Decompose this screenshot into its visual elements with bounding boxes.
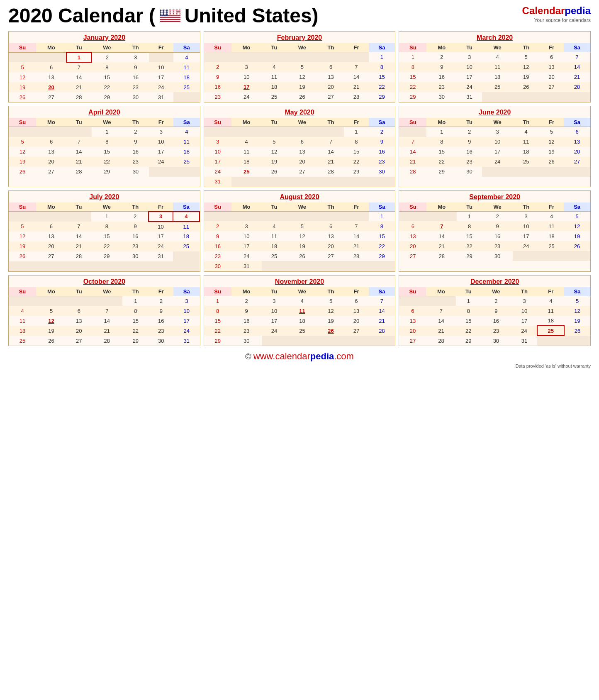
day-cell: 27 (318, 92, 344, 102)
day-cell: 15 (344, 147, 368, 157)
day-cell: 8 (204, 306, 231, 316)
day-cell (66, 212, 91, 222)
day-cell: 27 (36, 167, 66, 177)
day-cell: 26 (539, 157, 564, 167)
day-cell (66, 296, 92, 306)
day-cell (262, 127, 287, 137)
month-title-9: September 2020 (399, 191, 590, 202)
day-cell (287, 177, 318, 187)
month-table-3: SuMoTuWeThFrSa12345678910111213141516171… (399, 43, 590, 102)
day-cell: 12 (318, 306, 344, 316)
day-header-Th: Th (513, 202, 539, 212)
day-cell: 4 (287, 296, 318, 306)
day-cell: 2 (122, 127, 149, 137)
day-cell (287, 336, 318, 346)
month-table-1: SuMoTuWeThFrSa12345678910111213141516171… (9, 43, 200, 102)
day-cell: 18 (482, 72, 513, 82)
day-cell: 16 (149, 316, 173, 326)
day-cell: 10 (149, 137, 173, 147)
month-table-2: SuMoTuWeThFrSa12345678910111213141516171… (204, 43, 395, 102)
day-cell: 7 (426, 306, 456, 316)
day-cell: 15 (92, 72, 122, 82)
month-table-4: SuMoTuWeThFrSa12345678910111213141516171… (9, 118, 200, 177)
day-cell: 3 (457, 52, 482, 62)
day-cell: 3 (231, 62, 262, 72)
day-cell: 2 (231, 296, 262, 306)
day-cell: 16 (481, 316, 511, 326)
day-cell: 7 (399, 137, 426, 147)
day-header-Tu: Tu (262, 287, 287, 296)
day-cell: 11 (287, 306, 318, 316)
day-cell: 13 (564, 137, 590, 147)
day-header-Sa: Sa (564, 118, 590, 127)
day-cell (513, 167, 539, 177)
day-cell: 13 (318, 72, 344, 82)
day-cell: 30 (369, 167, 395, 177)
day-cell: 7 (426, 221, 457, 231)
day-cell: 2 (122, 212, 149, 222)
day-header-Su: Su (399, 202, 426, 212)
day-cell: 19 (9, 82, 36, 92)
day-cell (149, 167, 173, 177)
day-cell: 13 (399, 316, 426, 326)
day-cell: 19 (262, 157, 287, 167)
day-header-Su: Su (204, 287, 231, 296)
day-cell (36, 127, 66, 137)
day-cell: 22 (344, 157, 368, 167)
day-header-Th: Th (122, 202, 149, 212)
day-cell: 29 (91, 251, 122, 261)
day-cell: 12 (36, 316, 66, 326)
day-cell: 9 (122, 137, 149, 147)
day-header-Th: Th (511, 287, 538, 296)
day-cell: 10 (149, 62, 173, 72)
day-header-Tu: Tu (262, 118, 287, 127)
day-cell: 20 (318, 82, 344, 92)
day-cell: 7 (318, 137, 344, 147)
day-cell: 17 (231, 82, 262, 92)
day-cell: 25 (537, 326, 564, 336)
day-cell: 3 (204, 137, 231, 147)
day-cell: 18 (173, 232, 200, 241)
day-cell: 17 (482, 147, 513, 157)
day-cell: 21 (399, 157, 426, 167)
day-cell: 20 (344, 316, 368, 326)
day-cell: 15 (369, 72, 395, 82)
day-cell: 27 (287, 167, 318, 177)
day-cell: 22 (92, 157, 122, 167)
day-cell (204, 52, 231, 62)
day-cell: 24 (149, 241, 173, 251)
day-cell: 16 (122, 72, 149, 82)
day-cell: 3 (482, 127, 513, 137)
day-cell: 26 (513, 82, 539, 92)
day-cell: 23 (481, 326, 511, 336)
svg-rect-11 (160, 20, 180, 21)
day-cell (9, 127, 36, 137)
day-cell: 14 (399, 147, 426, 157)
day-cell: 4 (9, 306, 36, 316)
svg-rect-10 (160, 19, 180, 20)
day-cell: 11 (9, 316, 36, 326)
month-title-10: October 2020 (9, 276, 200, 287)
day-cell: 21 (426, 241, 457, 251)
day-cell: 6 (36, 137, 66, 147)
day-cell (344, 211, 368, 221)
day-cell: 28 (66, 92, 92, 102)
day-header-We: We (287, 43, 318, 52)
day-header-Su: Su (399, 43, 426, 52)
day-cell: 1 (344, 127, 368, 137)
day-cell (537, 336, 564, 346)
day-cell: 11 (262, 72, 287, 82)
day-cell: 29 (426, 167, 457, 177)
day-cell: 23 (231, 326, 262, 336)
day-cell: 30 (122, 251, 149, 261)
day-cell: 1 (456, 296, 481, 306)
day-cell: 24 (149, 157, 173, 167)
day-cell: 2 (457, 127, 482, 137)
brand-tagline: Your source for calendars (522, 17, 591, 24)
day-cell (92, 296, 122, 306)
day-cell: 24 (231, 251, 262, 261)
day-cell: 10 (262, 306, 287, 316)
day-cell: 31 (511, 336, 538, 346)
day-cell: 8 (369, 62, 395, 72)
day-cell: 22 (456, 326, 481, 336)
